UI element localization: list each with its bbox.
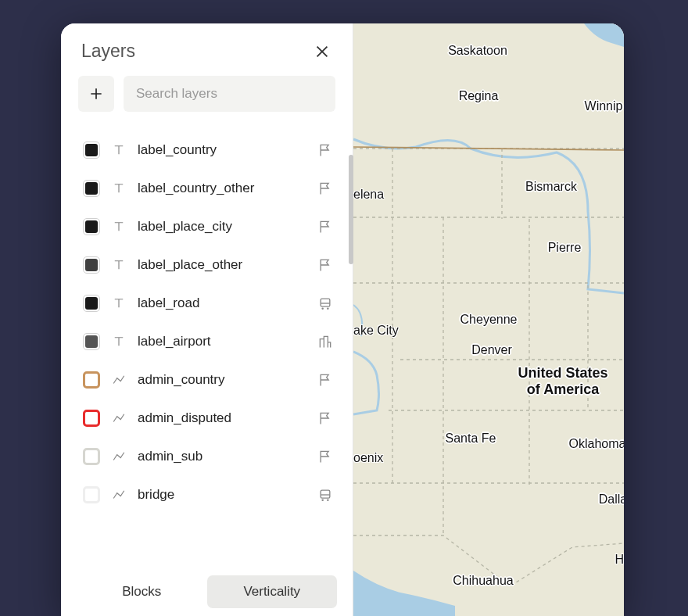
- text-icon: [111, 295, 127, 311]
- plus-icon: [88, 86, 104, 102]
- layer-swatch[interactable]: [83, 218, 100, 235]
- close-icon: [314, 43, 331, 60]
- map-city-label: Pierre: [548, 241, 582, 255]
- layer-name-label: admin_disputed: [138, 410, 306, 426]
- layer-swatch[interactable]: [83, 141, 100, 159]
- layer-swatch[interactable]: [83, 410, 100, 427]
- map-city-label: Chihuahua: [453, 574, 513, 588]
- map-city-label: Santa Fe: [446, 432, 496, 446]
- layer-name-label: label_road: [138, 295, 306, 311]
- layer-name-label: admin_sub: [138, 449, 306, 464]
- layer-item[interactable]: admin_country: [78, 360, 345, 399]
- layer-list[interactable]: label_countrylabel_country_otherlabel_pl…: [61, 126, 353, 567]
- map-city-label-partial: oenix: [353, 451, 383, 465]
- layer-name-label: admin_country: [138, 372, 306, 388]
- tab-blocks[interactable]: Blocks: [77, 575, 207, 608]
- map-city-label-partial: H: [615, 553, 624, 567]
- flag-icon[interactable]: [317, 410, 334, 427]
- layer-item[interactable]: label_airport: [78, 322, 345, 360]
- map-city-label: Cheyenne: [460, 313, 518, 327]
- layer-item[interactable]: admin_disputed: [78, 399, 345, 437]
- layer-item[interactable]: label_place_city: [78, 207, 345, 245]
- line-icon: [111, 487, 127, 503]
- layers-sidebar: Layers label_countrylabel_country_otherl…: [61, 23, 353, 616]
- layer-swatch[interactable]: [83, 180, 100, 197]
- layer-name-label: label_airport: [138, 334, 306, 349]
- layer-item[interactable]: label_country: [78, 131, 345, 169]
- transit-icon[interactable]: [317, 486, 334, 503]
- text-icon: [111, 334, 127, 349]
- map-country-label: United Statesof America: [518, 365, 607, 397]
- line-icon: [111, 449, 127, 464]
- layer-swatch[interactable]: [83, 371, 100, 389]
- line-icon: [111, 372, 127, 388]
- layer-swatch[interactable]: [83, 295, 100, 312]
- layer-name-label: label_place_city: [138, 219, 306, 235]
- flag-icon[interactable]: [317, 218, 334, 235]
- bottom-tabs: BlocksVerticality: [61, 567, 353, 616]
- flag-icon[interactable]: [317, 141, 334, 159]
- layer-swatch[interactable]: [83, 256, 100, 274]
- text-icon: [111, 142, 127, 158]
- map-city-label-partial: ake City: [353, 324, 399, 338]
- map-city-label: Bismarck: [525, 180, 577, 194]
- layer-item[interactable]: bridge: [78, 475, 345, 514]
- layer-swatch[interactable]: [83, 486, 100, 503]
- layer-swatch[interactable]: [83, 333, 100, 350]
- map-city-label: Denver: [471, 343, 512, 357]
- flag-icon[interactable]: [317, 448, 334, 465]
- line-icon: [111, 410, 127, 426]
- transit-icon[interactable]: [317, 295, 334, 312]
- layer-item[interactable]: admin_sub: [78, 437, 345, 475]
- layer-item[interactable]: label_place_other: [78, 245, 345, 284]
- sidebar-title: Layers: [81, 41, 135, 62]
- map-city-label: Saskatoon: [448, 44, 507, 58]
- map-city-label: Winnip: [585, 99, 623, 113]
- map-city-label: Regina: [459, 89, 499, 103]
- layer-item[interactable]: label_road: [78, 284, 345, 322]
- search-row: [61, 76, 353, 126]
- add-layer-button[interactable]: [78, 76, 114, 112]
- flag-icon[interactable]: [317, 371, 334, 389]
- layer-name-label: label_country: [138, 142, 306, 158]
- layer-item[interactable]: label_country_other: [78, 169, 345, 207]
- layer-name-label: label_country_other: [138, 181, 306, 196]
- app-window: Layers label_countrylabel_country_otherl…: [61, 23, 624, 616]
- map-city-label-partial: elena: [353, 188, 384, 202]
- text-icon: [111, 219, 127, 235]
- text-icon: [111, 181, 127, 196]
- map-city-label: Dalla: [599, 492, 624, 507]
- map-canvas[interactable]: SaskatoonReginaWinnipBismarckPierreCheye…: [353, 23, 624, 616]
- layer-swatch[interactable]: [83, 448, 100, 465]
- text-icon: [111, 257, 127, 273]
- map-city-label: Oklahoma: [569, 437, 624, 451]
- sidebar-header: Layers: [61, 23, 353, 76]
- buildings-icon[interactable]: [317, 333, 334, 350]
- close-button[interactable]: [314, 43, 331, 60]
- tab-verticality[interactable]: Verticality: [207, 575, 338, 608]
- layer-name-label: label_place_other: [138, 257, 306, 273]
- flag-icon[interactable]: [317, 180, 334, 197]
- layer-name-label: bridge: [138, 487, 306, 503]
- flag-icon[interactable]: [317, 256, 334, 274]
- search-input[interactable]: [124, 76, 335, 112]
